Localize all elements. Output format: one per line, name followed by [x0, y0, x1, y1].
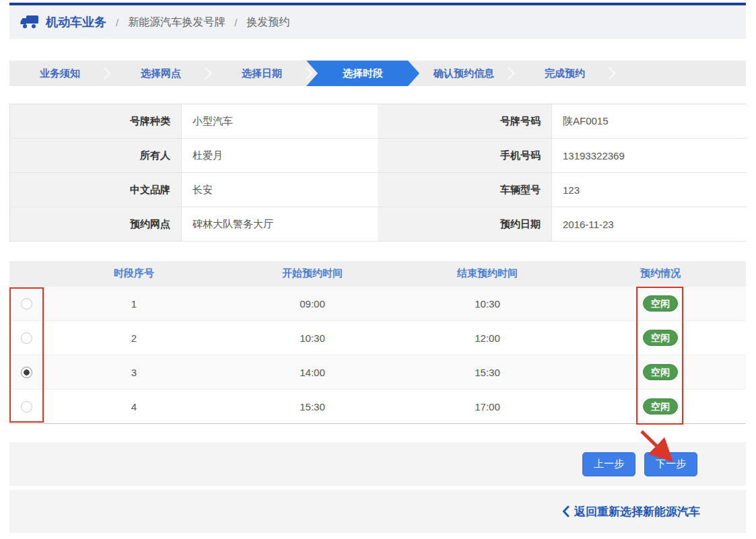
footer-band: 返回重新选择新能源汽车: [9, 490, 746, 533]
slot-seq: 2: [43, 332, 225, 344]
slot-start: 09:00: [225, 298, 400, 310]
next-step-button[interactable]: 下一步: [644, 452, 697, 476]
info-label: 号牌种类: [10, 104, 181, 139]
step-finish: 完成预约: [514, 61, 615, 86]
header-status: 预约情况: [575, 267, 746, 280]
status-badge: 空闲: [643, 295, 678, 312]
slot-radio-1[interactable]: [21, 298, 32, 310]
step-bar-filler: [615, 61, 746, 86]
action-band: 上一步 下一步: [9, 442, 746, 486]
slot-end: 15:30: [400, 367, 575, 378]
header-end-time: 结束预约时间: [400, 267, 575, 280]
info-label: 预约日期: [378, 207, 551, 242]
slot-seq: 4: [43, 401, 225, 412]
slot-start: 14:00: [225, 367, 400, 378]
slot-seq: 3: [43, 367, 225, 378]
breadcrumb: 机动车业务 / 新能源汽车换发号牌 / 换发预约: [9, 3, 746, 39]
breadcrumb-item-service[interactable]: 新能源汽车换发号牌: [128, 15, 225, 30]
breadcrumb-separator: /: [234, 17, 237, 28]
step-notice: 业务须知: [9, 61, 110, 86]
prev-step-button[interactable]: 上一步: [582, 452, 635, 476]
slot-end: 10:30: [400, 298, 575, 310]
info-value-owner: 杜爱月: [181, 139, 378, 173]
step-wizard-bar: 业务须知 选择网点 选择日期 选择时段 确认预约信息 完成预约: [9, 61, 746, 86]
slot-start: 10:30: [225, 332, 400, 344]
slot-end: 17:00: [400, 401, 575, 412]
step-confirm-info: 确认预约信息: [413, 61, 514, 86]
slot-radio-2[interactable]: [21, 332, 32, 344]
header-start-time: 开始预约时间: [225, 267, 400, 280]
info-label: 中文品牌: [10, 173, 181, 207]
info-label: 车辆型号: [378, 173, 551, 207]
info-value-model: 123: [551, 173, 747, 207]
timeslot-table: 时段序号 开始预约时间 结束预约时间 预约情况 1 09:00 10:30 空闲…: [9, 261, 746, 424]
breadcrumb-root[interactable]: 机动车业务: [46, 14, 106, 30]
step-select-timeslot-active: 选择时段: [306, 61, 419, 86]
info-value-plate-number: 陕AF0015: [551, 104, 747, 139]
info-value-site: 碑林大队警务大厅: [181, 207, 378, 242]
header-seq: 时段序号: [43, 267, 225, 280]
info-label: 预约网点: [10, 207, 181, 242]
step-select-date: 选择日期: [211, 61, 312, 86]
info-value-phone: 13193322369: [551, 139, 747, 173]
back-link-label: 返回重新选择新能源汽车: [574, 504, 700, 519]
timeslot-table-header: 时段序号 开始预约时间 结束预约时间 预约情况: [9, 261, 746, 286]
slot-end: 12:00: [400, 332, 575, 344]
table-row: 3 14:00 15:30 空闲: [9, 355, 746, 389]
info-label: 所有人: [10, 139, 181, 173]
truck-icon: [20, 15, 39, 30]
chevron-left-icon: [562, 505, 570, 517]
table-row: 1 09:00 10:30 空闲: [9, 286, 746, 320]
content-container: 机动车业务 / 新能源汽车换发号牌 / 换发预约 业务须知 选择网点 选择日期 …: [9, 3, 746, 533]
breadcrumb-item-current: 换发预约: [246, 15, 289, 30]
status-badge: 空闲: [643, 330, 678, 346]
back-to-vehicle-select-link[interactable]: 返回重新选择新能源汽车: [562, 504, 700, 519]
table-row: 4 15:30 17:00 空闲: [9, 389, 746, 423]
info-value-date: 2016-11-23: [551, 207, 747, 242]
status-badge: 空闲: [643, 364, 678, 380]
info-value-plate-type: 小型汽车: [181, 104, 378, 139]
slot-start: 15:30: [225, 401, 400, 412]
info-label: 手机号码: [378, 139, 551, 173]
slot-radio-4[interactable]: [21, 401, 32, 412]
slot-seq: 1: [43, 298, 225, 310]
status-badge: 空闲: [643, 398, 678, 415]
info-label: 号牌号码: [378, 104, 551, 139]
slot-radio-3[interactable]: [21, 367, 32, 378]
table-row: 2 10:30 12:00 空闲: [9, 320, 746, 355]
vehicle-info-table: 号牌种类 小型汽车 号牌号码 陕AF0015 所有人 杜爱月 手机号码 1319…: [9, 104, 746, 242]
breadcrumb-separator: /: [116, 17, 118, 28]
info-value-brand: 长安: [181, 173, 378, 207]
step-select-site: 选择网点: [110, 61, 211, 86]
